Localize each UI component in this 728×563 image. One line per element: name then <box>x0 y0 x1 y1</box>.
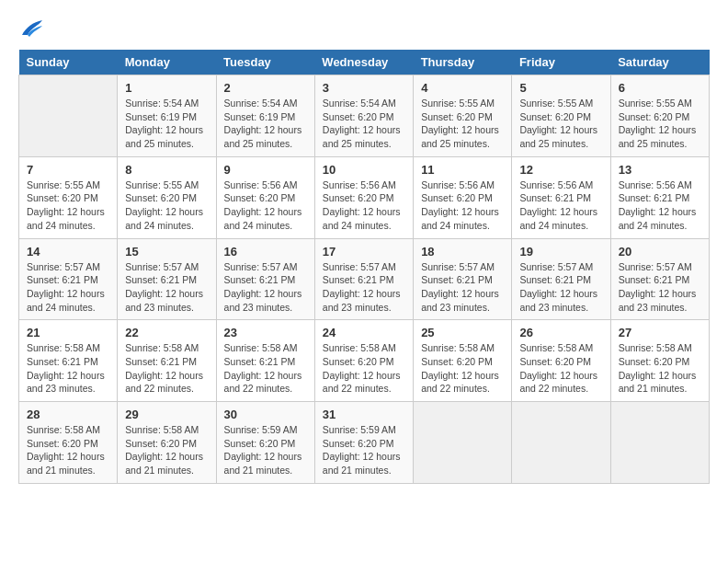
day-number: 21 <box>27 326 109 339</box>
day-info: Sunrise: 5:58 AMSunset: 6:20 PMDaylight:… <box>619 341 701 396</box>
day-number: 9 <box>224 163 307 177</box>
calendar-cell: 22Sunrise: 5:58 AMSunset: 6:21 PMDayligh… <box>118 320 216 402</box>
day-number: 10 <box>323 163 405 177</box>
day-number: 19 <box>519 245 602 259</box>
day-info: Sunrise: 5:54 AMSunset: 6:19 PMDaylight:… <box>224 97 307 151</box>
day-info: Sunrise: 5:55 AMSunset: 6:20 PMDaylight:… <box>519 97 602 151</box>
day-info: Sunrise: 5:55 AMSunset: 6:20 PMDaylight:… <box>421 97 504 151</box>
calendar-cell: 18Sunrise: 5:57 AMSunset: 6:21 PMDayligh… <box>414 238 512 320</box>
calendar-cell: 12Sunrise: 5:56 AMSunset: 6:21 PMDayligh… <box>512 156 610 238</box>
day-number: 27 <box>619 326 701 339</box>
day-info: Sunrise: 5:57 AMSunset: 6:21 PMDaylight:… <box>125 260 208 315</box>
day-number: 29 <box>125 408 208 421</box>
calendar-cell: 23Sunrise: 5:58 AMSunset: 6:21 PMDayligh… <box>216 320 314 402</box>
day-info: Sunrise: 5:58 AMSunset: 6:21 PMDaylight:… <box>224 341 307 396</box>
header-cell-friday: Friday <box>512 50 610 75</box>
calendar-header-row: SundayMondayTuesdayWednesdayThursdayFrid… <box>19 50 710 75</box>
calendar-cell: 10Sunrise: 5:56 AMSunset: 6:20 PMDayligh… <box>314 156 413 238</box>
day-info: Sunrise: 5:56 AMSunset: 6:20 PMDaylight:… <box>421 178 504 233</box>
day-info: Sunrise: 5:55 AMSunset: 6:20 PMDaylight:… <box>619 97 701 151</box>
header-cell-wednesday: Wednesday <box>314 50 413 75</box>
day-number: 15 <box>125 245 208 259</box>
day-number: 22 <box>125 326 208 339</box>
day-number: 1 <box>125 81 208 95</box>
day-info: Sunrise: 5:57 AMSunset: 6:21 PMDaylight:… <box>619 260 701 315</box>
day-info: Sunrise: 5:55 AMSunset: 6:20 PMDaylight:… <box>27 178 109 233</box>
calendar-cell: 29Sunrise: 5:58 AMSunset: 6:20 PMDayligh… <box>118 402 216 484</box>
calendar-cell: 1Sunrise: 5:54 AMSunset: 6:19 PMDaylight… <box>118 75 216 157</box>
header-cell-sunday: Sunday <box>19 50 118 75</box>
day-number: 4 <box>421 81 504 95</box>
calendar-cell <box>414 402 512 484</box>
calendar-week-row: 14Sunrise: 5:57 AMSunset: 6:21 PMDayligh… <box>19 238 710 320</box>
day-info: Sunrise: 5:56 AMSunset: 6:20 PMDaylight:… <box>224 178 307 233</box>
day-info: Sunrise: 5:59 AMSunset: 6:20 PMDaylight:… <box>224 423 307 477</box>
day-number: 11 <box>421 163 504 177</box>
day-number: 28 <box>27 408 109 421</box>
day-info: Sunrise: 5:57 AMSunset: 6:21 PMDaylight:… <box>27 260 109 315</box>
day-number: 25 <box>421 326 504 339</box>
day-info: Sunrise: 5:56 AMSunset: 6:21 PMDaylight:… <box>619 178 701 233</box>
calendar-cell: 5Sunrise: 5:55 AMSunset: 6:20 PMDaylight… <box>512 75 610 157</box>
day-info: Sunrise: 5:58 AMSunset: 6:20 PMDaylight:… <box>27 423 109 477</box>
day-number: 23 <box>224 326 307 339</box>
day-info: Sunrise: 5:58 AMSunset: 6:21 PMDaylight:… <box>125 341 208 396</box>
calendar-cell: 9Sunrise: 5:56 AMSunset: 6:20 PMDaylight… <box>216 156 314 238</box>
calendar-table: SundayMondayTuesdayWednesdayThursdayFrid… <box>18 50 710 484</box>
calendar-cell <box>19 75 118 157</box>
calendar-cell: 2Sunrise: 5:54 AMSunset: 6:19 PMDaylight… <box>216 75 314 157</box>
day-number: 3 <box>323 81 405 95</box>
header-cell-monday: Monday <box>118 50 216 75</box>
calendar-cell: 15Sunrise: 5:57 AMSunset: 6:21 PMDayligh… <box>118 238 216 320</box>
day-info: Sunrise: 5:59 AMSunset: 6:20 PMDaylight:… <box>323 423 405 477</box>
calendar-cell: 6Sunrise: 5:55 AMSunset: 6:20 PMDaylight… <box>610 75 709 157</box>
calendar-cell: 26Sunrise: 5:58 AMSunset: 6:20 PMDayligh… <box>512 320 610 402</box>
day-info: Sunrise: 5:54 AMSunset: 6:20 PMDaylight:… <box>323 97 405 151</box>
calendar-cell: 16Sunrise: 5:57 AMSunset: 6:21 PMDayligh… <box>216 238 314 320</box>
day-info: Sunrise: 5:57 AMSunset: 6:21 PMDaylight:… <box>323 260 405 315</box>
day-number: 12 <box>519 163 602 177</box>
day-number: 30 <box>224 408 307 421</box>
day-info: Sunrise: 5:56 AMSunset: 6:20 PMDaylight:… <box>323 178 405 233</box>
calendar-cell: 14Sunrise: 5:57 AMSunset: 6:21 PMDayligh… <box>19 238 118 320</box>
logo <box>18 18 44 40</box>
calendar-cell: 13Sunrise: 5:56 AMSunset: 6:21 PMDayligh… <box>610 156 709 238</box>
calendar-cell: 4Sunrise: 5:55 AMSunset: 6:20 PMDaylight… <box>414 75 512 157</box>
day-number: 18 <box>421 245 504 259</box>
calendar-cell: 8Sunrise: 5:55 AMSunset: 6:20 PMDaylight… <box>118 156 216 238</box>
day-number: 13 <box>619 163 701 177</box>
day-info: Sunrise: 5:54 AMSunset: 6:19 PMDaylight:… <box>125 97 208 151</box>
calendar-cell: 30Sunrise: 5:59 AMSunset: 6:20 PMDayligh… <box>216 402 314 484</box>
day-number: 24 <box>323 326 405 339</box>
calendar-cell: 17Sunrise: 5:57 AMSunset: 6:21 PMDayligh… <box>314 238 413 320</box>
day-number: 6 <box>619 81 701 95</box>
day-number: 14 <box>27 245 109 259</box>
day-info: Sunrise: 5:58 AMSunset: 6:20 PMDaylight:… <box>519 341 602 396</box>
day-info: Sunrise: 5:58 AMSunset: 6:20 PMDaylight:… <box>421 341 504 396</box>
day-info: Sunrise: 5:57 AMSunset: 6:21 PMDaylight:… <box>519 260 602 315</box>
calendar-week-row: 28Sunrise: 5:58 AMSunset: 6:20 PMDayligh… <box>19 402 710 484</box>
calendar-cell: 19Sunrise: 5:57 AMSunset: 6:21 PMDayligh… <box>512 238 610 320</box>
calendar-cell: 7Sunrise: 5:55 AMSunset: 6:20 PMDaylight… <box>19 156 118 238</box>
day-number: 31 <box>323 408 405 421</box>
calendar-cell <box>512 402 610 484</box>
day-info: Sunrise: 5:56 AMSunset: 6:21 PMDaylight:… <box>519 178 602 233</box>
calendar-week-row: 21Sunrise: 5:58 AMSunset: 6:21 PMDayligh… <box>19 320 710 402</box>
calendar-cell: 20Sunrise: 5:57 AMSunset: 6:21 PMDayligh… <box>610 238 709 320</box>
calendar-cell: 31Sunrise: 5:59 AMSunset: 6:20 PMDayligh… <box>314 402 413 484</box>
header-cell-saturday: Saturday <box>610 50 709 75</box>
calendar-cell <box>610 402 709 484</box>
logo-bird-icon <box>18 18 44 44</box>
day-number: 26 <box>519 326 602 339</box>
calendar-cell: 3Sunrise: 5:54 AMSunset: 6:20 PMDaylight… <box>314 75 413 157</box>
day-info: Sunrise: 5:58 AMSunset: 6:21 PMDaylight:… <box>27 341 109 396</box>
day-number: 5 <box>519 81 602 95</box>
day-info: Sunrise: 5:57 AMSunset: 6:21 PMDaylight:… <box>421 260 504 315</box>
day-info: Sunrise: 5:55 AMSunset: 6:20 PMDaylight:… <box>125 178 208 233</box>
day-number: 2 <box>224 81 307 95</box>
day-info: Sunrise: 5:58 AMSunset: 6:20 PMDaylight:… <box>125 423 208 477</box>
calendar-cell: 28Sunrise: 5:58 AMSunset: 6:20 PMDayligh… <box>19 402 118 484</box>
day-number: 17 <box>323 245 405 259</box>
calendar-week-row: 1Sunrise: 5:54 AMSunset: 6:19 PMDaylight… <box>19 75 710 157</box>
header-cell-thursday: Thursday <box>414 50 512 75</box>
